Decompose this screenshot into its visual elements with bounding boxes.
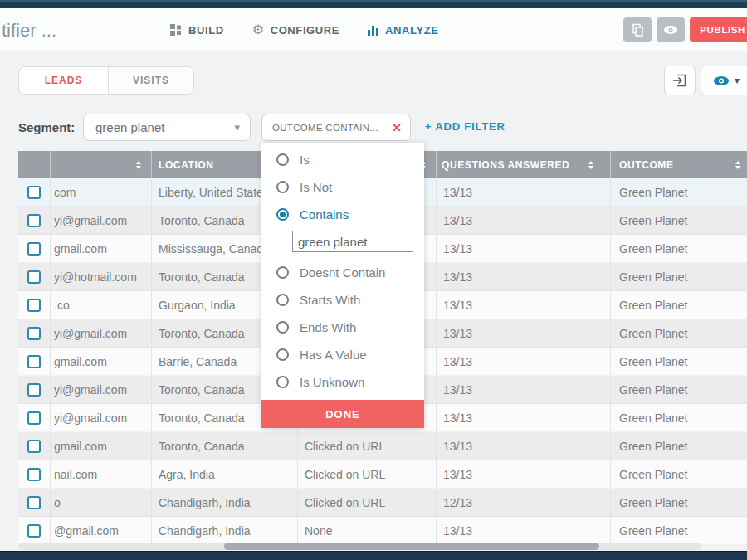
sort-icon [735,161,740,169]
cell-questions: 13/13 [436,319,610,347]
radio-icon[interactable] [276,294,289,306]
duplicate-button[interactable] [623,17,652,42]
row-checkbox[interactable] [27,242,41,256]
cell-outcome: Green Planet [610,291,747,319]
cell-outcome: Green Planet [610,319,747,347]
done-button[interactable]: DONE [261,400,424,428]
filter-option-starts-with[interactable]: Starts With [261,286,424,314]
nav-configure-label: CONFIGURE [271,24,339,37]
header-questions-column[interactable]: QUESTIONS ANSWERED [436,151,610,178]
export-button[interactable] [664,66,696,95]
cell-location: Chandigarh, India [151,489,297,516]
cell-questions: 13/13 [436,263,610,290]
content-area: LEADS VISITS ▾ [0,51,747,551]
row-checkbox[interactable] [27,524,41,538]
row-checkbox[interactable] [27,355,41,368]
cell-email: nail.com [50,460,151,488]
cell-email: yi@gmail.com [50,404,151,431]
row-checkbox[interactable] [27,440,41,453]
cell-outcome: Green Planet [610,404,747,431]
row-checkbox[interactable] [27,496,41,509]
cell-questions: 13/13 [436,460,610,488]
column-visibility-dropdown[interactable]: ▾ [701,66,747,95]
filter-option-is-not[interactable]: Is Not [261,173,424,201]
cell-action: Clicked on URL [297,432,436,460]
filter-option-is-unknown[interactable]: Is Unknown [261,368,424,396]
table-row[interactable]: o Chandigarh, India Clicked on URL 12/13… [18,489,747,517]
radio-icon[interactable] [276,376,289,388]
filter-option-contains[interactable]: Contains [261,201,424,228]
filter-option-label: Is Not [300,180,332,194]
table-row[interactable]: @gmail.com Chandigarh, India None 13/13 … [18,517,747,545]
publish-button[interactable]: PUBLISH [690,17,747,42]
row-checkbox[interactable] [27,468,41,481]
filter-chip-outcome-contains[interactable]: OUTCOME CONTAIN... ✕ [261,114,411,141]
row-checkbox[interactable] [27,214,41,227]
header-email-column[interactable] [50,151,151,178]
filter-chip-label: OUTCOME CONTAIN... [272,123,392,133]
filter-option-label: Doesnt Contain [300,265,385,280]
cell-questions: 13/13 [436,376,610,403]
chevron-down-icon: ▾ [735,75,740,86]
tab-visits[interactable]: VISITS [109,67,193,94]
cell-questions: 13/13 [436,178,610,206]
row-checkbox[interactable] [27,299,41,312]
filter-option-label: Starts With [300,293,360,307]
row-checkbox[interactable] [27,327,41,340]
nav-analyze-label: ANALYZE [385,24,438,37]
header-actions: PUBLISH [623,17,747,42]
radio-icon[interactable] [276,321,289,334]
row-checkbox[interactable] [27,186,41,199]
nav-configure[interactable]: ⚙ CONFIGURE [252,23,339,37]
cell-email: yi@hotmail.com [50,263,151,290]
close-icon[interactable]: ✕ [392,121,402,134]
cell-location: Agra, India [151,460,297,488]
row-checkbox[interactable] [27,411,41,425]
filter-option-label: Ends With [300,320,356,334]
filter-option-label: Contains [300,207,349,222]
filter-condition-popup: Is Is Not Contains Doesnt Contain Starts… [261,143,424,428]
cell-questions: 13/13 [436,517,610,544]
cell-outcome: Green Planet [610,348,747,375]
radio-icon[interactable] [276,181,289,193]
app-window: tifier ... BUILD ⚙ CONFIGURE [0,0,747,560]
filter-option-is[interactable]: Is [261,146,424,173]
filter-option-has-a-value[interactable]: Has A Value [261,341,424,368]
bar-chart-icon [368,24,379,36]
table-row[interactable]: nail.com Agra, India Clicked on URL 13/1… [18,460,747,489]
filter-option-doesnt-contain[interactable]: Doesnt Contain [261,259,424,286]
cell-email: yi@gmail.com [50,319,151,347]
cell-outcome: Green Planet [610,376,747,403]
nav-analyze[interactable]: ANALYZE [368,24,438,37]
radio-icon[interactable] [276,348,289,361]
cell-email: gmail.com [50,432,151,460]
radio-icon[interactable] [276,266,289,279]
cell-questions: 13/13 [436,291,610,319]
main-nav: BUILD ⚙ CONFIGURE ANALYZE [170,8,438,51]
radio-icon[interactable] [276,153,289,166]
header-outcome-column[interactable]: OUTCOME [610,151,747,178]
nav-build[interactable]: BUILD [170,24,224,37]
radio-selected-icon[interactable] [276,208,289,221]
row-checkbox[interactable] [27,270,41,284]
segment-select[interactable]: green planet ▾ [83,114,251,141]
filter-option-ends-with[interactable]: Ends With [261,314,424,341]
table-row[interactable]: gmail.com Toronto, Canada Clicked on URL… [18,432,747,460]
scrollbar-thumb[interactable] [224,543,599,550]
tab-leads[interactable]: LEADS [19,67,109,94]
row-checkbox[interactable] [27,383,41,397]
cell-questions: 13/13 [436,207,610,234]
segment-select-value: green planet [95,120,234,134]
divider [18,100,747,100]
gear-icon: ⚙ [252,23,265,37]
preview-button[interactable] [657,17,685,42]
cell-questions: 13/13 [436,404,610,431]
filter-value-input[interactable] [292,231,413,252]
filter-option-label: Is [300,153,310,167]
cell-outcome: Green Planet [610,432,747,460]
chevron-down-icon: ▾ [234,121,240,134]
cell-outcome: Green Planet [610,489,747,516]
add-filter-button[interactable]: + ADD FILTER [425,120,505,133]
horizontal-scrollbar[interactable] [18,543,701,550]
cell-questions: 13/13 [436,235,610,262]
